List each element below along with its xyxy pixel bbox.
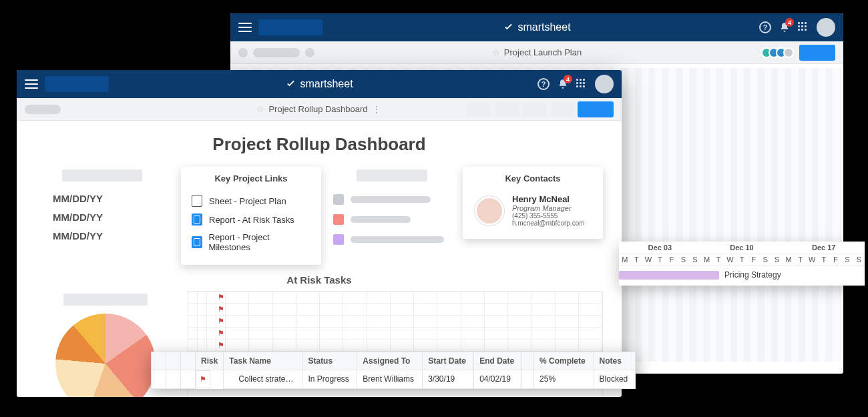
tabbar-front: ☆ Project Rollup Dashboard ⋮ xyxy=(17,98,622,121)
column-header[interactable]: Status xyxy=(302,352,357,370)
notes-cell[interactable]: Blocked xyxy=(594,370,635,389)
star-icon[interactable]: ☆ xyxy=(492,47,500,57)
gantt-day-label: S xyxy=(841,254,853,265)
menu-icon[interactable] xyxy=(238,23,252,32)
gantt-day-label: F xyxy=(666,254,678,265)
more-icon[interactable]: ⋮ xyxy=(372,104,382,115)
apps-icon[interactable] xyxy=(576,79,587,89)
apps-icon[interactable] xyxy=(798,22,809,33)
tab-title[interactable]: ☆ Project Launch Plan xyxy=(492,47,582,57)
collaborators xyxy=(765,45,835,61)
legend-item xyxy=(333,210,451,230)
column-header[interactable] xyxy=(522,352,534,370)
gantt-week-label: Dec 10 xyxy=(701,242,783,254)
help-icon[interactable]: ? xyxy=(537,78,550,90)
share-button[interactable] xyxy=(578,101,614,117)
collab-avatars[interactable] xyxy=(765,47,794,58)
column-header[interactable]: Notes xyxy=(594,352,635,370)
widget-header-placeholder xyxy=(63,294,148,306)
gantt-day-label: S xyxy=(771,254,783,265)
card-title: Key Contacts xyxy=(473,173,592,183)
tab-placeholder[interactable] xyxy=(253,48,300,57)
menu-icon[interactable] xyxy=(25,79,38,89)
column-header[interactable]: % Complete xyxy=(534,352,594,370)
swatch-icon xyxy=(333,194,344,205)
notification-bell-icon[interactable]: 4 xyxy=(779,22,790,33)
task-name-cell[interactable]: Collect strate… xyxy=(224,370,302,389)
table-row[interactable]: ⚑ xyxy=(188,304,602,316)
avatar[interactable] xyxy=(817,18,835,37)
help-icon[interactable]: ? xyxy=(759,21,771,33)
link-report-at-risk[interactable]: Report - At Risk Tasks xyxy=(192,210,310,229)
brand-logo: smartsheet xyxy=(503,21,570,33)
gantt-day-label: T xyxy=(654,254,666,265)
assignee-cell[interactable]: Brent Williams xyxy=(357,370,423,389)
status-cell[interactable]: In Progress xyxy=(302,370,357,389)
column-header[interactable]: End Date xyxy=(474,352,522,370)
tab-title[interactable]: ☆ Project Rollup Dashboard ⋮ xyxy=(256,104,381,115)
gantt-task-label: Pricing Strategy xyxy=(724,270,781,280)
notification-badge: 4 xyxy=(564,75,572,83)
toolbar-placeholders xyxy=(467,102,575,117)
star-icon[interactable]: ☆ xyxy=(256,104,264,114)
pie-chart xyxy=(55,314,156,397)
pct-complete-cell[interactable]: 25% xyxy=(534,370,594,389)
start-date-cell[interactable]: 3/30/19 xyxy=(423,370,474,389)
gantt-day-label: S xyxy=(853,254,865,265)
legend-widget xyxy=(333,167,451,250)
notification-bell-icon[interactable]: 4 xyxy=(558,79,568,89)
swatch-icon xyxy=(333,234,344,245)
table-row[interactable]: ⚑ xyxy=(188,340,602,352)
column-header[interactable] xyxy=(181,352,196,370)
key-contacts-card: Key Contacts Henry McNeal Program Manage… xyxy=(463,167,603,239)
gantt-day-label: W xyxy=(807,254,819,265)
gantt-day-label: M xyxy=(783,254,795,265)
column-header[interactable]: Assigned To xyxy=(357,352,423,370)
share-button[interactable] xyxy=(799,45,835,61)
column-header[interactable] xyxy=(166,352,181,370)
gantt-bar[interactable] xyxy=(619,271,719,280)
date-value: MM/DD/YY xyxy=(53,189,169,208)
link-sheet-project-plan[interactable]: Sheet - Project Plan xyxy=(192,191,310,210)
link-report-milestones[interactable]: Report - Project Milestones xyxy=(192,229,310,256)
table-row[interactable]: ⚑ xyxy=(188,316,602,328)
search-input[interactable] xyxy=(258,19,322,35)
gantt-day-label: M xyxy=(619,254,631,265)
flag-icon: ⚑ xyxy=(196,370,210,388)
gantt-day-label: T xyxy=(736,254,748,265)
gantt-week-label: Dec 03 xyxy=(619,242,701,254)
gantt-day-label: T xyxy=(712,254,724,265)
column-header[interactable]: Start Date xyxy=(423,352,474,370)
tab-placeholder[interactable] xyxy=(25,105,61,114)
tabbar-back: ☆ Project Launch Plan xyxy=(230,41,843,64)
column-header[interactable] xyxy=(152,352,166,370)
contact-name: Henry McNeal xyxy=(512,194,585,204)
gantt-day-label: W xyxy=(724,254,736,265)
gantt-day-label: F xyxy=(830,254,842,265)
end-date-cell[interactable]: 04/02/19 xyxy=(474,370,522,389)
gantt-day-label: M xyxy=(701,254,713,265)
tab-placeholder[interactable] xyxy=(305,48,314,57)
table-row[interactable]: ⚑ Collect strate… In Progress Brent Will… xyxy=(152,370,636,389)
table-row[interactable]: ⚑ xyxy=(188,292,602,304)
search-input[interactable] xyxy=(45,76,109,92)
tab-placeholder[interactable] xyxy=(238,48,248,57)
flag-icon: ⚑ xyxy=(216,304,226,316)
avatar[interactable] xyxy=(595,75,614,93)
key-links-card: Key Project Links Sheet - Project Plan R… xyxy=(181,167,321,265)
gantt-day-label: S xyxy=(689,254,701,265)
gantt-week-label: Dec 17 xyxy=(783,242,865,254)
brand-logo: smartsheet xyxy=(285,78,353,90)
table-row[interactable]: ⚑ xyxy=(188,328,602,340)
date-value: MM/DD/YY xyxy=(53,227,169,246)
gantt-popover: Dec 03 Dec 10 Dec 17 MTWTFSSMTWTFSSMTWTF… xyxy=(619,242,865,286)
contact-role: Program Manager xyxy=(512,204,585,212)
column-header[interactable]: Task Name xyxy=(224,352,302,370)
topbar-back: smartsheet ? 4 xyxy=(230,13,843,41)
card-title: Key Project Links xyxy=(192,173,310,183)
column-header[interactable]: Risk xyxy=(196,352,224,370)
section-title-at-risk: At Risk Tasks xyxy=(35,274,603,286)
legend-item xyxy=(333,230,451,250)
flag-icon: ⚑ xyxy=(216,316,226,328)
report-icon xyxy=(192,236,202,248)
